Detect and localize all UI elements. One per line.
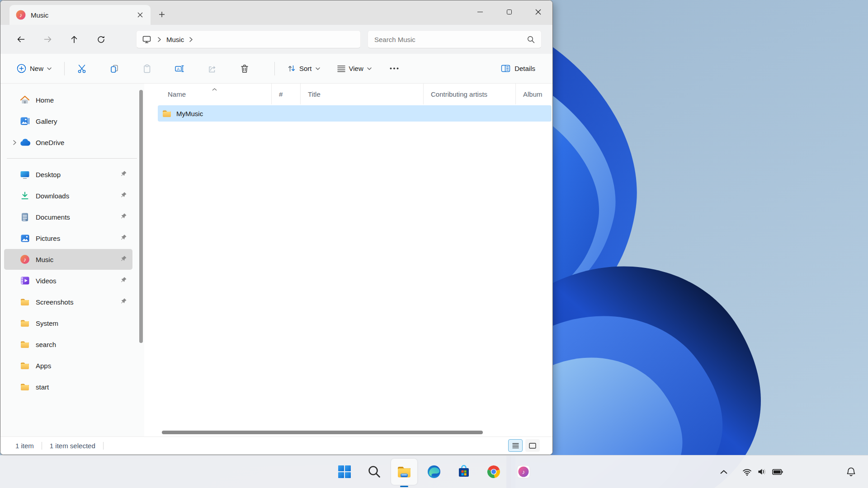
- copy-button[interactable]: [104, 59, 124, 79]
- chevron-down-icon: [367, 67, 372, 70]
- downloads-icon: [19, 191, 30, 200]
- sidebar-item-screenshots[interactable]: Screenshots: [4, 291, 132, 312]
- new-button[interactable]: New: [11, 60, 57, 77]
- taskbar-itunes-button[interactable]: ♪: [510, 459, 537, 485]
- sidebar-item-system[interactable]: System: [4, 313, 132, 333]
- up-button[interactable]: [65, 30, 84, 49]
- pictures-icon: [19, 234, 30, 243]
- address-bar[interactable]: Music: [136, 30, 361, 48]
- column-header-title[interactable]: Title: [301, 84, 424, 104]
- chevron-right-icon[interactable]: [189, 37, 193, 42]
- sidebar-item-onedrive[interactable]: OneDrive: [4, 132, 132, 153]
- sidebar-item-downloads[interactable]: Downloads: [4, 185, 132, 206]
- tray-overflow-button[interactable]: [715, 462, 732, 482]
- thumbnail-view-button[interactable]: [525, 439, 540, 452]
- navigation-pane: Home Gallery: [0, 84, 144, 436]
- list-view-icon: [512, 443, 519, 449]
- horizontal-scrollbar[interactable]: [160, 429, 551, 436]
- pin-icon: [120, 255, 127, 264]
- column-header-number[interactable]: #: [272, 84, 301, 104]
- tab-close-icon[interactable]: [133, 8, 147, 22]
- close-icon: [535, 9, 541, 15]
- music-icon: ♪: [19, 254, 30, 264]
- itunes-icon: ♪: [516, 465, 531, 479]
- details-view-button[interactable]: [508, 439, 523, 452]
- gallery-icon: [19, 117, 30, 126]
- new-tab-button[interactable]: [154, 7, 170, 22]
- paste-button[interactable]: [137, 59, 157, 79]
- breadcrumb-music[interactable]: Music: [166, 36, 184, 43]
- sidebar-item-videos[interactable]: Videos: [4, 270, 132, 291]
- taskbar-chrome-button[interactable]: [481, 459, 507, 485]
- home-icon: [19, 95, 30, 104]
- column-header-album[interactable]: Album: [516, 84, 552, 104]
- thumbnail-view-icon: [529, 443, 536, 449]
- sidebar-item-pictures[interactable]: Pictures: [4, 228, 132, 249]
- search-input[interactable]: [374, 36, 527, 43]
- music-note-icon: ♪: [16, 10, 26, 20]
- sidebar-item-desktop[interactable]: Desktop: [4, 164, 132, 185]
- rename-button[interactable]: A: [170, 59, 189, 79]
- tab-title: Music: [31, 11, 133, 19]
- share-button[interactable]: [202, 59, 222, 79]
- back-button[interactable]: [11, 30, 30, 49]
- delete-button[interactable]: [235, 59, 255, 79]
- scrollbar-thumb[interactable]: [162, 431, 483, 434]
- more-options-button[interactable]: [384, 59, 404, 79]
- trash-icon: [240, 64, 249, 73]
- chevron-right-icon[interactable]: [158, 37, 161, 42]
- start-button[interactable]: [331, 459, 358, 485]
- details-button[interactable]: Details: [495, 61, 541, 76]
- sidebar-item-start[interactable]: start: [4, 376, 132, 397]
- sidebar-item-home[interactable]: Home: [4, 89, 132, 110]
- minimize-button[interactable]: [466, 0, 495, 23]
- notification-center-button[interactable]: [841, 462, 861, 482]
- pin-icon: [120, 298, 127, 306]
- sort-label: Sort: [299, 65, 312, 72]
- column-header-contributing-artists[interactable]: Contributing artists: [424, 84, 516, 104]
- wifi-icon: [742, 468, 752, 476]
- chevron-down-icon: [316, 67, 320, 70]
- forward-button[interactable]: [38, 30, 57, 49]
- details-pane-icon: [501, 64, 511, 73]
- sidebar-separator: [7, 158, 137, 159]
- status-divider: [103, 442, 104, 450]
- tab-music[interactable]: ♪ Music: [9, 5, 151, 25]
- sidebar-scrollbar[interactable]: [139, 90, 143, 343]
- command-toolbar: New: [0, 54, 552, 84]
- cut-button[interactable]: [72, 59, 92, 79]
- onedrive-icon: [19, 139, 30, 146]
- search-icon[interactable]: [527, 36, 535, 43]
- sidebar-item-gallery[interactable]: Gallery: [4, 111, 132, 131]
- sort-ascending-icon: [212, 84, 217, 93]
- taskbar-search-button[interactable]: [361, 459, 387, 485]
- view-button[interactable]: View: [332, 61, 377, 76]
- pin-icon: [120, 213, 127, 221]
- item-count: 1 item: [15, 442, 34, 450]
- details-label: Details: [514, 65, 535, 72]
- column-headers: Name # Title Contributing artists Album: [158, 84, 552, 104]
- sidebar-item-apps[interactable]: Apps: [4, 355, 132, 376]
- close-button[interactable]: [524, 0, 552, 23]
- maximize-button[interactable]: [495, 0, 524, 23]
- sort-button[interactable]: Sort: [282, 61, 326, 76]
- expand-chevron-icon[interactable]: [9, 140, 19, 145]
- quick-settings-button[interactable]: [738, 462, 788, 482]
- taskbar-edge-button[interactable]: [421, 459, 447, 485]
- sidebar-item-music[interactable]: ♪ Music: [4, 249, 132, 270]
- main-area: Home Gallery: [0, 84, 552, 436]
- microsoft-store-icon: [457, 465, 471, 479]
- toolbar-separator: [274, 62, 275, 75]
- sidebar-item-search[interactable]: search: [4, 334, 132, 355]
- file-row-mymusic[interactable]: MyMusic: [158, 105, 552, 122]
- maximize-icon: [507, 9, 512, 14]
- chevron-down-icon: [47, 67, 52, 70]
- taskbar-store-button[interactable]: [451, 459, 477, 485]
- refresh-button[interactable]: [91, 30, 110, 49]
- status-bar: 1 item 1 item selected: [0, 436, 552, 455]
- plus-circle-icon: [17, 64, 26, 73]
- view-label: View: [349, 65, 363, 72]
- taskbar-center: ♪: [331, 455, 537, 488]
- taskbar-file-explorer-button[interactable]: [391, 459, 417, 485]
- sidebar-item-documents[interactable]: Documents: [4, 206, 132, 227]
